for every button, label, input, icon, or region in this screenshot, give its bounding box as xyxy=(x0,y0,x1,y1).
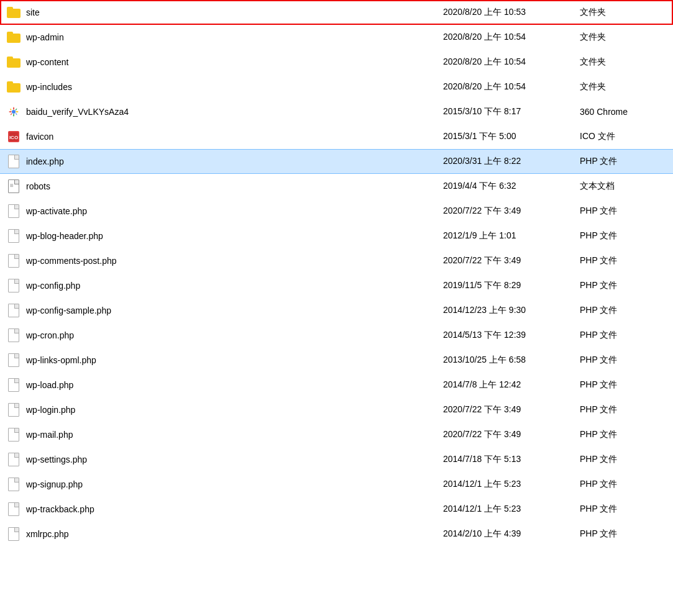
file-type: PHP 文件 xyxy=(580,206,667,217)
file-name: wp-config.php xyxy=(26,281,80,291)
file-name: wp-load.php xyxy=(26,380,73,390)
file-date: 2015/3/10 下午 8:17 xyxy=(443,106,580,117)
file-list: site2020/8/20 上午 10:53文件夹wp-admin2020/8/… xyxy=(0,0,673,616)
file-name: wp-blog-header.php xyxy=(26,231,103,241)
svg-point-0 xyxy=(12,110,16,114)
file-type: ICO 文件 xyxy=(580,131,667,142)
file-date: 2014/7/18 下午 5:13 xyxy=(443,454,580,465)
file-date: 2020/8/20 上午 10:54 xyxy=(443,57,580,68)
list-item[interactable]: wp-activate.php2020/7/22 下午 3:49PHP 文件 xyxy=(0,199,673,224)
file-name: wp-links-opml.php xyxy=(26,355,96,365)
file-name: wp-cron.php xyxy=(26,330,74,340)
file-name: wp-admin xyxy=(26,32,64,42)
list-item[interactable]: wp-includes2020/8/20 上午 10:54文件夹 xyxy=(0,75,673,99)
file-date: 2014/12/23 上午 9:30 xyxy=(443,305,580,316)
file-type: PHP 文件 xyxy=(580,404,667,415)
file-name-cell: wp-activate.php xyxy=(6,204,443,219)
file-name: baidu_verify_VvLKYsAza4 xyxy=(26,107,129,117)
file-type: 文本文档 xyxy=(580,181,667,192)
file-name: wp-includes xyxy=(26,82,72,92)
file-date: 2014/5/13 下午 12:39 xyxy=(443,330,580,341)
file-name: wp-config-sample.php xyxy=(26,306,111,315)
file-date: 2014/12/1 上午 5:23 xyxy=(443,504,580,515)
file-name-cell: wp-load.php xyxy=(6,378,443,392)
file-name-cell: index.php xyxy=(6,154,443,169)
list-item[interactable]: robots2019/4/4 下午 6:32文本文档 xyxy=(0,174,673,199)
list-item[interactable]: xmlrpc.php2014/2/10 上午 4:39PHP 文件 xyxy=(0,522,673,546)
file-name-cell: xmlrpc.php xyxy=(6,527,443,541)
file-name-cell: wp-mail.php xyxy=(6,427,443,442)
file-name-cell: wp-includes xyxy=(6,79,443,94)
file-type: 文件夹 xyxy=(580,32,667,43)
list-item[interactable]: wp-settings.php2014/7/18 下午 5:13PHP 文件 xyxy=(0,447,673,472)
file-date: 2020/7/22 下午 3:49 xyxy=(443,206,580,217)
file-date: 2020/8/20 上午 10:53 xyxy=(443,7,580,18)
file-name-cell: wp-admin xyxy=(6,30,443,45)
file-name: site xyxy=(26,7,40,17)
list-item[interactable]: wp-mail.php2020/7/22 下午 3:49PHP 文件 xyxy=(0,422,673,447)
file-name-cell: site xyxy=(6,5,443,20)
file-name: index.php xyxy=(26,156,64,166)
list-item[interactable]: wp-signup.php2014/12/1 上午 5:23PHP 文件 xyxy=(0,472,673,497)
file-type: PHP 文件 xyxy=(580,504,667,515)
file-name-cell: wp-config-sample.php xyxy=(6,303,443,318)
list-item[interactable]: wp-admin2020/8/20 上午 10:54文件夹 xyxy=(0,25,673,50)
file-type: PHP 文件 xyxy=(580,479,667,490)
file-date: 2020/8/20 上午 10:54 xyxy=(443,32,580,43)
file-type: 360 Chrome xyxy=(580,107,667,117)
file-type: 文件夹 xyxy=(580,81,667,93)
file-date: 2019/11/5 下午 8:29 xyxy=(443,280,580,291)
file-type: PHP 文件 xyxy=(580,528,667,540)
file-type: PHP 文件 xyxy=(580,355,667,366)
file-name: wp-content xyxy=(26,57,68,67)
file-date: 2013/10/25 上午 6:58 xyxy=(443,355,580,366)
file-name-cell: wp-login.php xyxy=(6,402,443,417)
list-item[interactable]: wp-login.php2020/7/22 下午 3:49PHP 文件 xyxy=(0,397,673,422)
file-name-cell: wp-cron.php xyxy=(6,328,443,343)
file-date: 2020/7/22 下午 3:49 xyxy=(443,255,580,266)
file-name-cell: wp-signup.php xyxy=(6,477,443,492)
file-date: 2020/3/31 上午 8:22 xyxy=(443,156,580,167)
file-name-cell: wp-trackback.php xyxy=(6,502,443,517)
list-item[interactable]: wp-links-opml.php2013/10/25 上午 6:58PHP 文… xyxy=(0,348,673,373)
file-name-cell: ICO favicon xyxy=(6,129,443,144)
file-name: wp-mail.php xyxy=(26,430,73,440)
file-name-cell: wp-config.php xyxy=(6,278,443,293)
file-type: PHP 文件 xyxy=(580,230,667,242)
list-item[interactable]: wp-cron.php2014/5/13 下午 12:39PHP 文件 xyxy=(0,323,673,348)
file-name: robots xyxy=(26,181,50,191)
file-type: 文件夹 xyxy=(580,57,667,68)
file-name: favicon xyxy=(26,132,53,142)
list-item[interactable]: wp-comments-post.php2020/7/22 下午 3:49PHP… xyxy=(0,248,673,273)
file-name: wp-login.php xyxy=(26,405,75,415)
list-item[interactable]: site2020/8/20 上午 10:53文件夹 xyxy=(0,0,673,25)
file-name-cell: wp-settings.php xyxy=(6,452,443,467)
file-name: xmlrpc.php xyxy=(26,529,68,539)
list-item[interactable]: wp-trackback.php2014/12/1 上午 5:23PHP 文件 xyxy=(0,497,673,522)
file-date: 2014/12/1 上午 5:23 xyxy=(443,479,580,490)
file-date: 2020/8/20 上午 10:54 xyxy=(443,81,580,93)
list-item[interactable]: wp-load.php2014/7/8 上午 12:42PHP 文件 xyxy=(0,373,673,397)
file-type: 文件夹 xyxy=(580,7,667,18)
file-name: wp-trackback.php xyxy=(26,504,94,514)
file-name-cell: robots xyxy=(6,179,443,194)
file-date: 2019/4/4 下午 6:32 xyxy=(443,181,580,192)
file-date: 2015/3/1 下午 5:00 xyxy=(443,131,580,142)
file-date: 2020/7/22 下午 3:49 xyxy=(443,404,580,415)
file-name-cell: wp-content xyxy=(6,55,443,70)
file-name: wp-activate.php xyxy=(26,206,87,216)
file-type: PHP 文件 xyxy=(580,305,667,316)
file-date: 2014/2/10 上午 4:39 xyxy=(443,528,580,540)
list-item[interactable]: index.php2020/3/31 上午 8:22PHP 文件 xyxy=(0,149,673,174)
list-item[interactable]: wp-content2020/8/20 上午 10:54文件夹 xyxy=(0,50,673,75)
file-type: PHP 文件 xyxy=(580,280,667,291)
list-item[interactable]: baidu_verify_VvLKYsAza42015/3/10 下午 8:17… xyxy=(0,99,673,124)
file-type: PHP 文件 xyxy=(580,255,667,266)
file-name: wp-settings.php xyxy=(26,455,87,464)
list-item[interactable]: wp-config.php2019/11/5 下午 8:29PHP 文件 xyxy=(0,273,673,298)
file-type: PHP 文件 xyxy=(580,429,667,440)
list-item[interactable]: wp-blog-header.php2012/1/9 上午 1:01PHP 文件 xyxy=(0,224,673,248)
list-item[interactable]: wp-config-sample.php2014/12/23 上午 9:30PH… xyxy=(0,298,673,323)
list-item[interactable]: ICO favicon2015/3/1 下午 5:00ICO 文件 xyxy=(0,124,673,149)
file-type: PHP 文件 xyxy=(580,330,667,341)
